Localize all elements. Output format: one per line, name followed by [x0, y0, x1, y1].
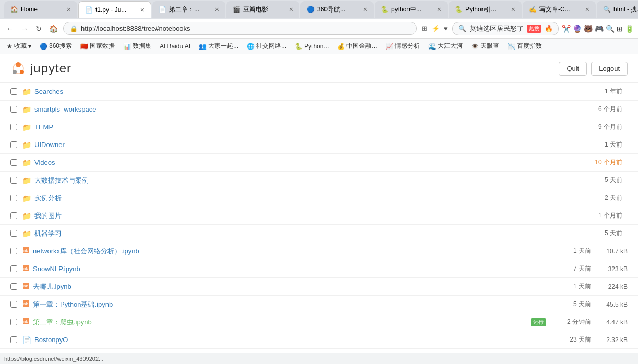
svg-text:nb: nb	[23, 319, 28, 324]
search-area[interactable]: 🔍 莫迪选区居民怒了 热搜 🔥	[452, 22, 559, 35]
menu-icon[interactable]: ▾	[442, 23, 449, 33]
file-name-11[interactable]: 去哪儿.ipynb	[33, 282, 549, 292]
file-checkbox-1[interactable]	[10, 106, 17, 113]
tab-home[interactable]: 🏠 Home ×	[4, 1, 77, 18]
tab-python-cn[interactable]: 🐍 python中... ×	[375, 1, 448, 18]
baidu-index-label: 百度指数	[517, 42, 542, 51]
file-checkbox-11[interactable]	[10, 283, 17, 290]
file-name-12[interactable]: 第一章：Python基础.ipynb	[33, 300, 549, 309]
file-icon-0: 📁	[22, 88, 31, 96]
bookmark-360[interactable]: 🔵 360搜索	[37, 41, 75, 52]
file-time-14: 23 天前	[549, 335, 591, 344]
file-checkbox-14[interactable]	[10, 336, 17, 343]
refresh-button[interactable]: ↻	[33, 23, 44, 34]
logout-button[interactable]: Logout	[591, 62, 628, 76]
file-name-3[interactable]: UIDowner	[34, 141, 581, 149]
bookmark-favorites[interactable]: ★ 收藏 ▾	[4, 41, 34, 52]
file-row-9: nbnetworkx库（社会网络分析）.ipynb1 天前10.7 kB	[0, 242, 638, 260]
grid-icon[interactable]: ⊞	[420, 23, 429, 33]
file-checkbox-13[interactable]	[10, 319, 17, 325]
file-name-5[interactable]: 大数据技术与案例	[34, 176, 581, 185]
tab-ch2[interactable]: 📄 第二章：... ×	[152, 1, 225, 18]
file-checkbox-3[interactable]	[10, 141, 17, 148]
forward-button[interactable]: →	[19, 23, 30, 34]
file-name-10[interactable]: SnowNLP.ipynb	[33, 265, 549, 273]
tab-360[interactable]: 🔵 360导航... ×	[300, 1, 374, 18]
file-name-14[interactable]: BostonpyO	[34, 336, 549, 344]
search2-icon[interactable]: 🔍	[606, 25, 615, 33]
tab-t1py[interactable]: 📄 t1.py - Ju... ×	[78, 1, 151, 18]
battery-icon[interactable]: 🔋	[625, 25, 634, 33]
file-checkbox-0[interactable]	[10, 88, 17, 95]
bookmark-dajia[interactable]: 👥 大家一起...	[196, 41, 241, 52]
bookmark-dajiang[interactable]: 🌊 大江大河	[426, 41, 465, 52]
favorites-icon: ★	[7, 43, 13, 50]
dajia-icon: 👥	[199, 43, 207, 50]
url-bar[interactable]: 🔒 http://localhost:8888/tree#notebooks	[63, 22, 417, 35]
extension1-icon[interactable]: 🔮	[573, 25, 582, 33]
file-checkbox-7[interactable]	[10, 212, 17, 219]
file-name-0[interactable]: Searches	[34, 88, 581, 95]
tab-douban[interactable]: 🎬 豆瓣电影 ×	[226, 1, 299, 18]
file-name-13[interactable]: 第二章：爬虫.ipynb	[33, 318, 531, 327]
file-name-6[interactable]: 实例分析	[34, 193, 581, 203]
search-input[interactable]: 莫迪选区居民怒了	[470, 24, 524, 33]
finance-label: 中国金融...	[346, 42, 377, 51]
gamepad-icon[interactable]: 🎮	[595, 25, 604, 33]
url-text: http://localhost:8888/tree#notebooks	[81, 25, 190, 32]
back-button[interactable]: ←	[4, 23, 16, 34]
tab-360-close[interactable]: ×	[363, 5, 367, 14]
lightning-icon[interactable]: ⚡	[430, 23, 441, 33]
baidu-ai-icon: AI	[160, 43, 165, 50]
tab-ch2-close[interactable]: ×	[215, 5, 219, 14]
tab-douban-icon: 🎬	[233, 6, 240, 13]
tab-t1py-close[interactable]: ×	[140, 6, 145, 14]
tab-write[interactable]: ✍️ 写文章-C... ×	[523, 1, 596, 18]
tab-python-cn-close[interactable]: ×	[437, 5, 441, 14]
bookmark-dataset[interactable]: 📊 数据集	[121, 41, 154, 52]
tab-home-label: Home	[21, 6, 64, 13]
browser-toolbar-icons: ⊞ ⚡ ▾	[420, 23, 449, 33]
file-name-1[interactable]: smartpls_workspace	[34, 105, 581, 113]
tab-html[interactable]: 🔍 html - 搜... ×	[597, 1, 638, 18]
home-button[interactable]: 🏠	[47, 23, 60, 34]
header-buttons: Quit Logout	[559, 62, 628, 76]
file-row-13: nb第二章：爬虫.ipynb运行2 分钟前4.47 kB	[0, 313, 638, 331]
bookmark-baidu-index[interactable]: 📉 百度指数	[505, 41, 545, 52]
file-name-8[interactable]: 机器学习	[34, 229, 581, 238]
bookmark-sentiment[interactable]: 📈 情感分析	[383, 41, 423, 52]
file-name-9[interactable]: networkx库（社会网络分析）.ipynb	[33, 247, 549, 256]
bookmark-tianyanzha[interactable]: 👁️ 天眼查	[468, 41, 502, 52]
quit-button[interactable]: Quit	[559, 62, 587, 76]
bookmark-python[interactable]: 🐍 Python...	[292, 42, 331, 51]
status-bar: https://blog.csdn.net/weixin_4309202...	[0, 353, 638, 364]
file-checkbox-10[interactable]	[10, 265, 17, 272]
file-checkbox-6[interactable]	[10, 195, 17, 201]
address-bar: ← → ↻ 🏠 🔒 http://localhost:8888/tree#not…	[0, 19, 638, 39]
tab-douban-close[interactable]: ×	[289, 5, 293, 14]
file-checkbox-8[interactable]	[10, 230, 17, 237]
bookmark-china-finance[interactable]: 💰 中国金融...	[334, 41, 379, 52]
scissors-icon[interactable]: ✂️	[562, 25, 571, 33]
file-checkbox-9[interactable]	[10, 248, 17, 254]
file-checkbox-5[interactable]	[10, 177, 17, 184]
tab-python-yin[interactable]: 🐍 Python引... ×	[449, 1, 522, 18]
file-checkbox-2[interactable]	[10, 124, 17, 130]
file-name-4[interactable]: Videos	[34, 159, 581, 166]
file-name-7[interactable]: 我的图片	[34, 211, 581, 221]
bookmark-social[interactable]: 🌐 社交网络...	[244, 41, 289, 52]
extension2-icon[interactable]: 🐻	[584, 25, 593, 33]
tab-python-yin-close[interactable]: ×	[511, 5, 515, 14]
bookmark-baidu-ai[interactable]: AI Baidu AI	[157, 42, 193, 51]
tab-t1py-icon: 📄	[85, 6, 92, 14]
file-name-2[interactable]: TEMP	[34, 123, 581, 131]
file-checkbox-12[interactable]	[10, 301, 17, 308]
bookmark-national-data[interactable]: 🇨🇳 国家数据	[78, 41, 117, 52]
tab-home-close[interactable]: ×	[67, 5, 71, 14]
tab-write-close[interactable]: ×	[585, 5, 589, 14]
file-time-8: 5 天前	[581, 229, 622, 238]
layout-icon[interactable]: ⊞	[617, 25, 623, 33]
file-checkbox-4[interactable]	[10, 159, 17, 166]
file-time-9: 1 天前	[549, 247, 591, 256]
dajia-label: 大家一起...	[208, 42, 238, 51]
